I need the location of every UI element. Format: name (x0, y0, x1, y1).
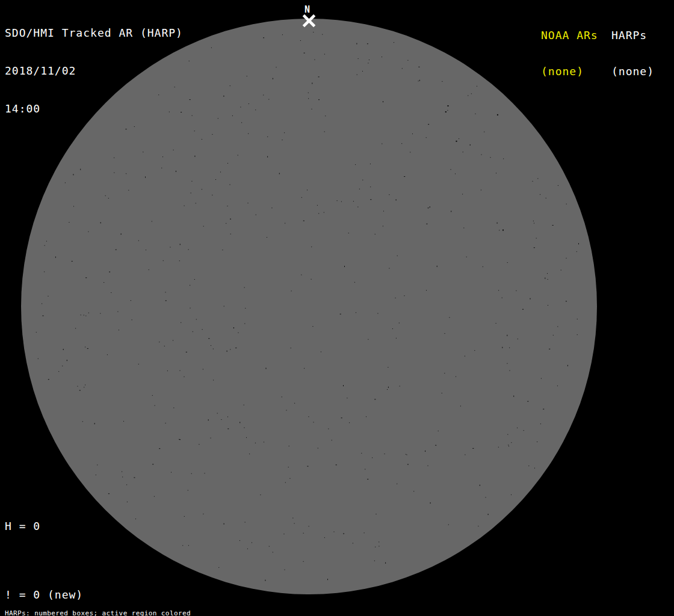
footer-notes: HARPs: numbered boxes; active region col… (5, 596, 250, 616)
noaa-ars-label: NOAA ARs (541, 29, 598, 42)
footer-harps-note: HARPs: numbered boxes; active region col… (5, 610, 250, 616)
harps-counter: HARPs (none) (611, 5, 654, 102)
page-title: SDO/HMI Tracked AR (HARP) (5, 26, 183, 39)
noaa-ars-counter: NOAA ARs (none) (541, 5, 598, 102)
observation-date: 2018/11/02 (5, 64, 183, 77)
observation-time: 14:00 (5, 102, 183, 115)
north-pole-x-marker-icon (301, 13, 317, 28)
legend-spacer (5, 555, 140, 566)
title-block: SDO/HMI Tracked AR (HARP) 2018/11/02 14:… (5, 1, 183, 140)
harp-count: H = 0 (5, 520, 140, 532)
harps-value: (none) (611, 66, 654, 78)
harps-label: HARPs (611, 29, 654, 42)
solar-disk-view: SDO/HMI Tracked AR (HARP) 2018/11/02 14:… (0, 0, 674, 616)
noaa-ars-value: (none) (541, 66, 598, 78)
